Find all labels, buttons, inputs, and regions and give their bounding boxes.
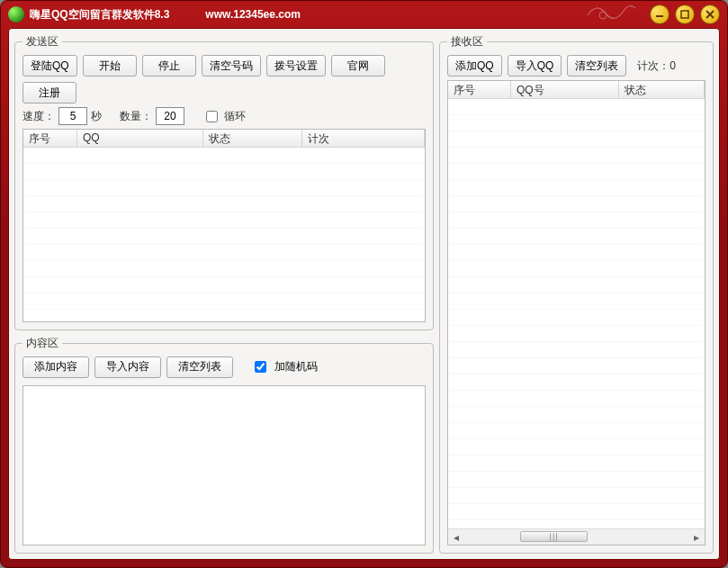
content-list[interactable] [22,385,426,545]
recv-col-qq[interactable]: QQ号 [511,81,619,98]
clear-content-button[interactable]: 清空列表 [166,356,233,378]
login-qq-button[interactable]: 登陆QQ [22,55,77,77]
content-group: 内容区 添加内容 导入内容 清空列表 加随机码 [14,336,434,554]
close-button[interactable] [700,5,720,24]
qty-label: 数量： [120,109,152,124]
send-col-qq[interactable]: QQ [77,130,203,147]
scroll-right-icon[interactable]: ▸ [688,529,705,545]
official-site-button[interactable]: 官网 [331,55,385,77]
speed-unit: 秒 [91,109,102,124]
dial-settings-button[interactable]: 拨号设置 [266,55,326,77]
speed-input[interactable] [58,107,87,125]
svg-rect-2 [681,11,688,18]
send-col-state[interactable]: 状态 [203,130,302,147]
receive-listview[interactable]: 序号 QQ号 状态 ◂ ||| ▸ [447,80,706,545]
recv-col-state[interactable]: 状态 [619,81,705,98]
add-content-button[interactable]: 添加内容 [22,356,89,378]
send-legend: 发送区 [22,34,62,50]
send-list-body[interactable] [23,148,425,321]
add-qq-button[interactable]: 添加QQ [447,55,502,77]
register-button[interactable]: 注册 [22,82,76,104]
main-window: 嗨星QQ空间留言群发软件8.3 www.12345ee.com 发送区 登陆QQ… [0,0,728,568]
receive-legend: 接收区 [447,34,487,50]
send-group: 发送区 登陆QQ 开始 停止 清空号码 拨号设置 官网 注册 速度： 秒 数量： [14,34,434,330]
send-listview[interactable]: 序号 QQ 状态 计次 [22,129,426,322]
send-col-index[interactable]: 序号 [23,130,77,147]
client-area: 发送区 登陆QQ 开始 停止 清空号码 拨号设置 官网 注册 速度： 秒 数量： [8,28,720,560]
minimize-button[interactable] [650,5,670,24]
title-decoration [583,0,637,24]
receive-hscrollbar[interactable]: ◂ ||| ▸ [448,528,705,545]
stop-button[interactable]: 停止 [142,55,196,77]
random-code-label: 加随机码 [274,359,318,374]
recv-col-index[interactable]: 序号 [448,81,511,98]
random-code-checkbox[interactable] [255,361,266,373]
qty-input[interactable] [156,107,184,125]
import-qq-button[interactable]: 导入QQ [508,55,562,77]
start-button[interactable]: 开始 [83,55,137,77]
app-url: www.12345ee.com [205,8,301,21]
clear-recv-button[interactable]: 清空列表 [567,55,626,77]
scroll-left-icon[interactable]: ◂ [448,529,464,545]
maximize-button[interactable] [675,5,695,24]
speed-label: 速度： [22,109,55,124]
receive-list-body[interactable] [448,99,705,528]
content-legend: 内容区 [22,336,62,351]
loop-label: 循环 [224,109,246,124]
scroll-thumb[interactable]: ||| [520,531,588,542]
title-bar[interactable]: 嗨星QQ空间留言群发软件8.3 www.12345ee.com [1,1,727,28]
window-controls [650,5,720,24]
send-col-count[interactable]: 计次 [302,130,425,147]
recv-count-value: 0 [670,59,676,72]
clear-numbers-button[interactable]: 清空号码 [202,55,261,77]
import-content-button[interactable]: 导入内容 [94,356,161,378]
loop-checkbox[interactable] [206,111,218,122]
app-title: 嗨星QQ空间留言群发软件8.3 [30,7,169,23]
recv-count-label: 计次： [637,59,670,72]
receive-group: 接收区 添加QQ 导入QQ 清空列表 计次：0 序号 QQ号 状态 [439,34,714,554]
app-icon [8,6,24,23]
svg-point-0 [599,12,607,19]
